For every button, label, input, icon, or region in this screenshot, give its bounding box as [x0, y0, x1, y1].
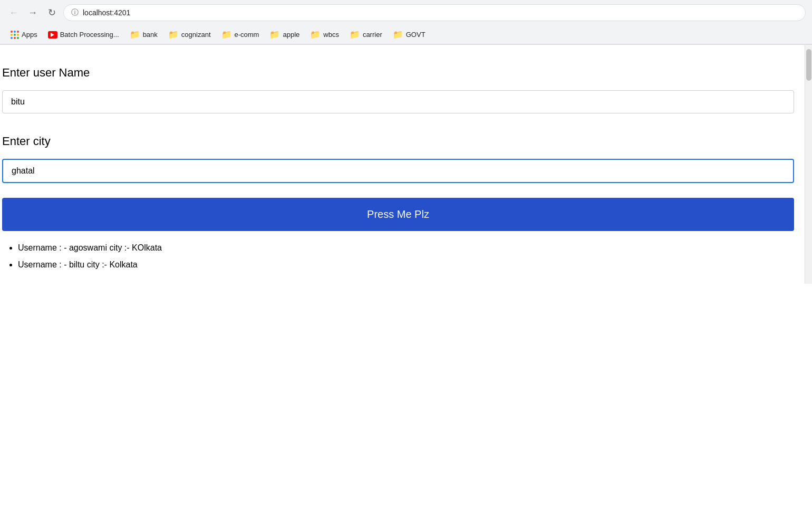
- youtube-icon: [48, 31, 57, 39]
- browser-toolbar: ← → ↻ ⓘ localhost:4201: [0, 0, 812, 25]
- browser-chrome: ← → ↻ ⓘ localhost:4201 Apps: [0, 0, 812, 45]
- bookmark-cognizant-label: cognizant: [181, 31, 211, 39]
- bookmark-ecomm[interactable]: 📁 e-comm: [217, 27, 264, 42]
- bookmark-govt-label: GOVT: [406, 31, 426, 39]
- press-me-button[interactable]: Press Me Plz: [2, 198, 794, 231]
- username-label: Enter user Name: [2, 66, 794, 80]
- main-content: Enter user Name Enter city Press Me Plz …: [0, 45, 805, 284]
- bookmark-govt[interactable]: 📁 GOVT: [389, 27, 430, 42]
- bookmark-batch-label: Batch Processing...: [60, 31, 119, 39]
- scrollbar-thumb[interactable]: [806, 49, 811, 81]
- apps-bookmark[interactable]: Apps: [6, 28, 42, 41]
- city-label: Enter city: [2, 135, 794, 148]
- bookmark-carrier-label: carrier: [363, 31, 382, 39]
- folder-icon: 📁: [310, 30, 321, 40]
- scrollbar-track[interactable]: [805, 45, 812, 284]
- apps-label: Apps: [22, 31, 37, 39]
- list-item: Username : - biltu city :- Kolkata: [18, 256, 794, 273]
- apps-grid-icon: [11, 31, 19, 39]
- user-entry-2: Username : - biltu city :- Kolkata: [18, 260, 138, 269]
- content-wrapper: Enter user Name Enter city Press Me Plz …: [0, 45, 812, 284]
- city-section: Enter city: [2, 135, 794, 194]
- user-list: Username : - agoswami city :- KOlkata Us…: [2, 239, 794, 273]
- bookmark-wbcs-label: wbcs: [323, 31, 339, 39]
- url-text: localhost:4201: [83, 8, 130, 17]
- user-entry-1: Username : - agoswami city :- KOlkata: [18, 243, 162, 252]
- folder-icon: 📁: [130, 30, 140, 40]
- list-item: Username : - agoswami city :- KOlkata: [18, 239, 794, 256]
- bookmark-cognizant[interactable]: 📁 cognizant: [164, 27, 215, 42]
- folder-icon: 📁: [269, 30, 280, 40]
- bookmark-apple-label: apple: [283, 31, 299, 39]
- bookmark-wbcs[interactable]: 📁 wbcs: [306, 27, 343, 42]
- bookmark-carrier[interactable]: 📁 carrier: [345, 27, 386, 42]
- username-input[interactable]: [2, 90, 794, 113]
- bookmark-bank-label: bank: [143, 31, 158, 39]
- bookmarks-bar: Apps Batch Processing... 📁 bank 📁 cogniz…: [0, 25, 812, 44]
- folder-icon: 📁: [350, 30, 360, 40]
- folder-icon: 📁: [221, 30, 232, 40]
- bookmark-apple[interactable]: 📁 apple: [265, 27, 304, 42]
- reload-button[interactable]: ↻: [44, 5, 59, 20]
- info-icon: ⓘ: [71, 8, 79, 17]
- city-input[interactable]: [2, 159, 794, 183]
- bookmark-ecomm-label: e-comm: [235, 31, 259, 39]
- bookmark-bank[interactable]: 📁 bank: [125, 27, 162, 42]
- folder-icon: 📁: [393, 30, 403, 40]
- youtube-play-icon: [51, 33, 54, 37]
- address-bar[interactable]: ⓘ localhost:4201: [63, 4, 806, 21]
- bookmark-batch-processing[interactable]: Batch Processing...: [44, 28, 123, 41]
- folder-icon: 📁: [168, 30, 179, 40]
- forward-button[interactable]: →: [25, 5, 40, 20]
- back-button[interactable]: ←: [6, 5, 21, 20]
